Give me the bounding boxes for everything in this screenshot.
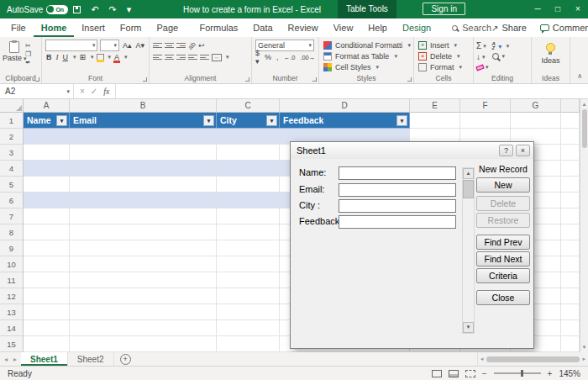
- cell[interactable]: [70, 161, 217, 177]
- insert-function-icon[interactable]: fx: [103, 87, 109, 96]
- tab-view[interactable]: View: [326, 18, 361, 37]
- cell[interactable]: [70, 129, 217, 145]
- cell[interactable]: [561, 177, 580, 193]
- row-header-6[interactable]: 6: [0, 193, 24, 208]
- row-header-5[interactable]: 5: [0, 177, 24, 193]
- filter-dropdown-button[interactable]: ▾: [266, 115, 277, 126]
- cell[interactable]: [217, 129, 280, 145]
- table-header-cell[interactable]: Name▾: [24, 113, 70, 129]
- save-icon[interactable]: [73, 6, 81, 13]
- clipboard-dialog-launcher-icon[interactable]: [35, 77, 39, 82]
- cell[interactable]: [24, 129, 70, 145]
- cut-icon[interactable]: ✂: [25, 42, 31, 50]
- underline-dropdown-icon[interactable]: ▾: [73, 54, 76, 61]
- column-header-G[interactable]: G: [511, 99, 561, 113]
- row-header-2[interactable]: 2: [0, 129, 24, 145]
- table-header-cell[interactable]: Feedback▾: [280, 113, 410, 129]
- cell[interactable]: [24, 336, 70, 352]
- vertical-scroll-thumb[interactable]: [582, 109, 587, 148]
- zoom-slider-thumb[interactable]: [521, 370, 523, 377]
- name-field[interactable]: [339, 166, 456, 180]
- decrease-decimal-button[interactable]: .00→: [300, 54, 315, 61]
- cell[interactable]: [561, 129, 580, 145]
- middle-align-button[interactable]: [165, 42, 174, 50]
- record-scrollbar[interactable]: ▲ ▼: [462, 167, 475, 334]
- underline-button[interactable]: U: [62, 53, 70, 61]
- column-header-D[interactable]: D: [280, 99, 410, 113]
- row-header-8[interactable]: 8: [0, 224, 24, 240]
- styles-dialog-launcher-icon[interactable]: [407, 77, 412, 82]
- criteria-button[interactable]: Criteria: [476, 268, 530, 283]
- cell[interactable]: [217, 161, 280, 177]
- scroll-up-icon[interactable]: ▲: [582, 99, 587, 109]
- cell[interactable]: [217, 336, 280, 352]
- cell[interactable]: [561, 272, 580, 288]
- find-prev-button[interactable]: Find Prev: [476, 235, 530, 250]
- cell[interactable]: [24, 224, 70, 240]
- add-sheet-button[interactable]: +: [120, 354, 131, 365]
- wrap-text-button[interactable]: ↩: [198, 41, 205, 50]
- new-button[interactable]: New: [476, 177, 530, 193]
- row-header-13[interactable]: 13: [0, 304, 24, 320]
- cell[interactable]: [217, 288, 280, 304]
- merge-center-button[interactable]: ↔: [212, 54, 222, 61]
- accounting-format-button[interactable]: $ ▾: [255, 49, 260, 66]
- tab-formulas[interactable]: Formulas: [192, 18, 246, 37]
- cell[interactable]: [24, 240, 70, 256]
- cell[interactable]: [561, 193, 580, 208]
- copy-icon[interactable]: ❐: [25, 50, 31, 58]
- number-dialog-launcher-icon[interactable]: [312, 77, 317, 82]
- cell[interactable]: [217, 208, 280, 224]
- vertical-scrollbar[interactable]: ▲ ▼: [580, 99, 588, 352]
- search-box[interactable]: Search: [452, 23, 491, 33]
- row-header-15[interactable]: 15: [0, 336, 24, 352]
- cell[interactable]: [217, 240, 280, 256]
- scroll-right-icon[interactable]: ▸: [582, 356, 585, 362]
- cell[interactable]: [70, 304, 217, 320]
- cell[interactable]: [561, 256, 580, 272]
- column-header-E[interactable]: E: [410, 99, 460, 113]
- cell[interactable]: [70, 320, 217, 336]
- cell[interactable]: [24, 304, 70, 320]
- increase-decimal-button[interactable]: ←.0: [284, 54, 296, 61]
- alignment-dialog-launcher-icon[interactable]: [245, 77, 249, 82]
- decrease-indent-button[interactable]: [188, 54, 197, 61]
- cell[interactable]: [217, 145, 280, 161]
- row-header-9[interactable]: 9: [0, 240, 24, 256]
- borders-dropdown-icon[interactable]: ▾: [91, 54, 94, 61]
- sheet-nav-right-icon[interactable]: ▸: [13, 356, 17, 363]
- cell[interactable]: [70, 336, 217, 352]
- cell[interactable]: [24, 272, 70, 288]
- normal-view-button[interactable]: [432, 370, 442, 377]
- cell[interactable]: [217, 177, 280, 193]
- cell[interactable]: [70, 224, 217, 240]
- find-select-button[interactable]: ▾: [492, 53, 510, 60]
- increase-font-size-button[interactable]: A▴: [122, 41, 133, 50]
- fill-button[interactable]: ↓▾: [476, 52, 489, 62]
- column-header-B[interactable]: B: [70, 99, 217, 113]
- cell[interactable]: [70, 193, 217, 208]
- undo-icon[interactable]: ↶: [91, 4, 98, 15]
- number-format-select[interactable]: General▾: [255, 40, 314, 51]
- column-header-partial[interactable]: [561, 99, 580, 113]
- row-header-1[interactable]: 1: [0, 113, 24, 129]
- cell[interactable]: [24, 320, 70, 336]
- sort-filter-button[interactable]: AZ ▼▾: [492, 42, 510, 50]
- tab-data[interactable]: Data: [245, 18, 280, 37]
- cell[interactable]: [561, 161, 580, 177]
- clear-button[interactable]: ▾: [476, 62, 489, 72]
- row-header-14[interactable]: 14: [0, 320, 24, 336]
- align-left-button[interactable]: [153, 54, 162, 61]
- cell[interactable]: [561, 113, 580, 129]
- increase-indent-button[interactable]: [200, 54, 209, 61]
- collapse-ribbon-icon[interactable]: ∧: [577, 72, 582, 80]
- merge-center-dropdown-icon[interactable]: ▾: [226, 54, 229, 61]
- name-box[interactable]: A2 ▾: [0, 84, 74, 98]
- align-center-button[interactable]: [165, 54, 174, 61]
- cell[interactable]: [70, 256, 217, 272]
- cell[interactable]: [24, 177, 70, 193]
- cell[interactable]: [217, 256, 280, 272]
- horizontal-scroll-thumb[interactable]: [486, 356, 580, 362]
- percent-style-button[interactable]: %: [265, 53, 271, 61]
- paste-button[interactable]: Paste▾: [3, 40, 25, 72]
